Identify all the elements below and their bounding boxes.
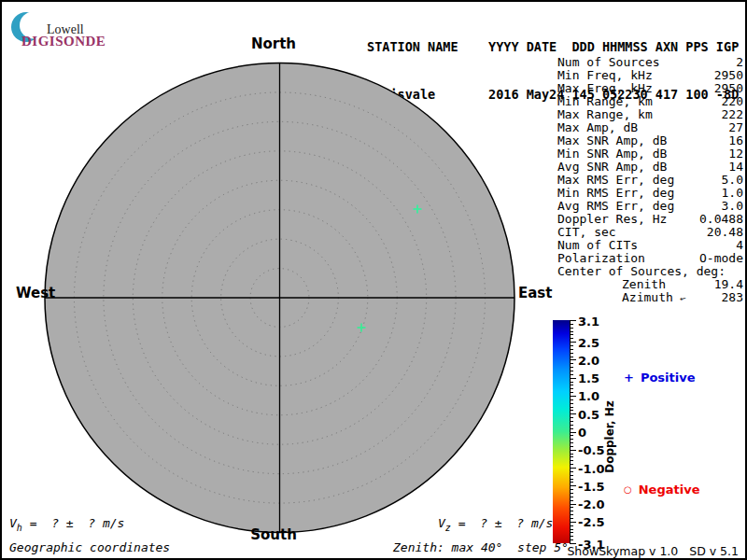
colorbar-minor-tick <box>570 475 573 476</box>
compass-label-east: East <box>518 285 552 301</box>
colorbar-minor-tick <box>570 428 573 429</box>
colorbar-major-tick <box>570 522 576 523</box>
colorbar-minor-tick <box>570 357 573 357</box>
vz-symbol: V <box>438 516 445 530</box>
colorbar-major-tick <box>570 485 576 486</box>
colorbar-minor-tick <box>570 482 573 483</box>
colorbar-minor-tick <box>570 367 573 368</box>
colorbar-minor-tick <box>570 374 573 375</box>
positive-doppler-legend: +Positive <box>624 371 696 385</box>
negative-legend-label: Negative <box>639 483 700 497</box>
colorbar-minor-tick <box>570 435 573 436</box>
coordinate-system-note: Geographic coordinates <box>9 540 170 554</box>
colorbar-minor-tick <box>570 439 573 440</box>
colorbar-tick-label: -3.1 <box>578 537 604 551</box>
colorbar-major-tick <box>570 450 576 451</box>
colorbar-minor-tick <box>570 460 573 461</box>
positive-legend-label: Positive <box>641 371 696 385</box>
colorbar-minor-tick <box>570 345 573 346</box>
colorbar-tick-label: -2.0 <box>578 497 604 511</box>
colorbar-minor-tick <box>570 446 573 447</box>
colorbar-minor-tick <box>570 507 573 508</box>
colorbar-minor-tick <box>570 539 573 540</box>
colorbar-minor-tick <box>570 338 573 339</box>
circle-marker-icon: ○ <box>624 484 632 495</box>
vertical-velocity-readout: Vz = ? ± ? m/s <box>438 516 553 533</box>
colorbar-major-tick <box>570 378 576 379</box>
vh-symbol: V <box>9 516 17 530</box>
colorbar-minor-tick <box>570 334 573 335</box>
colorbar-major-tick <box>570 320 576 321</box>
colorbar-minor-tick <box>570 442 573 443</box>
compass-label-south: South <box>250 526 297 543</box>
colorbar-tick-label: 3.1 <box>578 314 599 328</box>
zenith-scale-note: Zenith: max 40° step 5° <box>393 540 569 554</box>
colorbar-minor-tick <box>570 500 573 501</box>
colorbar-minor-tick <box>570 529 573 530</box>
colorbar-minor-tick <box>570 324 573 325</box>
colorbar-minor-tick <box>570 497 573 497</box>
doppler-colorbar <box>553 320 571 543</box>
skymap-plot <box>2 2 747 560</box>
colorbar-tick-label: -1.0 <box>578 461 604 475</box>
colorbar-major-tick <box>570 413 576 414</box>
compass-label-west: West <box>16 285 55 301</box>
vz-value: = ? ± ? m/s <box>451 516 554 530</box>
colorbar-tick-label: 1.5 <box>578 371 599 385</box>
colorbar-minor-tick <box>570 421 573 422</box>
colorbar-minor-tick <box>570 417 573 418</box>
colorbar-tick-label: 0 <box>578 426 586 440</box>
colorbar-tick-label: -0.5 <box>578 443 604 457</box>
colorbar-tick-label: 1.0 <box>578 389 599 403</box>
colorbar-minor-tick <box>570 479 573 480</box>
colorbar-minor-tick <box>570 328 573 329</box>
colorbar-minor-tick <box>570 514 573 515</box>
colorbar-major-tick <box>570 359 576 360</box>
colorbar-tick-label: 2.0 <box>578 353 599 367</box>
colorbar-minor-tick <box>570 471 573 472</box>
colorbar-tick-label: -2.5 <box>578 515 604 529</box>
colorbar-minor-tick <box>570 382 573 383</box>
negative-doppler-legend: ○Negative <box>624 483 699 497</box>
colorbar-major-tick <box>570 543 576 544</box>
colorbar-minor-tick <box>570 407 573 408</box>
colorbar-minor-tick <box>570 331 573 332</box>
colorbar-minor-tick <box>570 399 573 400</box>
colorbar-minor-tick <box>570 385 573 385</box>
colorbar-major-tick <box>570 342 576 343</box>
colorbar-minor-tick <box>570 536 573 537</box>
colorbar-minor-tick <box>570 493 573 494</box>
colorbar-minor-tick <box>570 525 573 526</box>
colorbar-minor-tick <box>570 371 573 371</box>
colorbar-major-tick <box>570 468 576 469</box>
colorbar-minor-tick <box>570 456 573 457</box>
compass-label-north: North <box>251 35 296 52</box>
colorbar-minor-tick <box>570 454 573 455</box>
colorbar-minor-tick <box>570 353 573 354</box>
colorbar-major-tick <box>570 504 576 505</box>
colorbar-tick-label: 0.5 <box>578 407 599 421</box>
colorbar-tick-label: -1.5 <box>578 479 604 493</box>
horizontal-velocity-readout: Vh = ? ± ? m/s <box>9 516 124 533</box>
colorbar-minor-tick <box>570 410 573 411</box>
colorbar-axis-title: Doppler, Hz <box>603 371 616 502</box>
colorbar-minor-tick <box>570 464 573 465</box>
colorbar-minor-tick <box>570 489 573 490</box>
colorbar-minor-tick <box>570 349 573 350</box>
colorbar-minor-tick <box>570 532 573 533</box>
colorbar-tick-label: 2.5 <box>578 335 599 349</box>
colorbar-minor-tick <box>570 363 573 364</box>
colorbar-minor-tick <box>570 403 573 404</box>
colorbar-minor-tick <box>570 388 573 389</box>
colorbar-minor-tick <box>570 392 573 393</box>
showskymap-window: Lowell DIGISONDE STATION NAME YYYY DATE … <box>0 0 747 560</box>
vh-value: = ? ± ? m/s <box>22 516 125 530</box>
colorbar-major-tick <box>570 432 576 433</box>
colorbar-minor-tick <box>570 511 573 511</box>
colorbar-minor-tick <box>570 518 573 519</box>
colorbar-minor-tick <box>570 425 573 426</box>
plus-marker-icon: + <box>624 371 634 385</box>
colorbar-major-tick <box>570 396 576 397</box>
